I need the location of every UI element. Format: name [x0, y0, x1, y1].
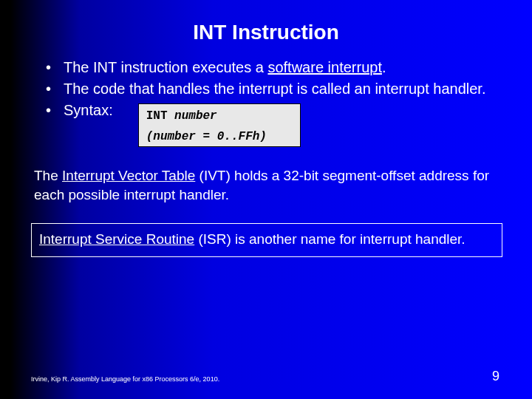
underlined-term: software interrupt [267, 59, 382, 75]
text-fragment: (ISR) is another name for interrupt hand… [194, 231, 465, 247]
code-box: INT number (number = 0..FFh) [138, 103, 301, 147]
syntax-label: Syntax: [64, 100, 113, 120]
bullet-dot-icon: • [46, 58, 64, 78]
code-line: (number = 0..FFh) [146, 129, 293, 146]
callout-box: Interrupt Service Routine (ISR) is anoth… [31, 223, 502, 257]
code-line: INT number [146, 109, 293, 125]
bullet-dot-icon: • [46, 79, 64, 99]
underlined-term: Interrupt Service Routine [39, 231, 194, 247]
footer-citation: Irvine, Kip R. Assembly Language for x86… [31, 375, 219, 383]
page-number: 9 [492, 369, 499, 384]
text-fragment: The INT instruction executes a [64, 59, 267, 75]
bullet-dot-icon: • [46, 100, 64, 120]
underlined-term: Interrupt Vector Table [62, 168, 195, 183]
slide-title: INT Instruction [0, 0, 532, 58]
bullet-text: The code that handles the interrupt is c… [64, 79, 502, 99]
code-italic: number [174, 109, 217, 123]
code-text: INT [146, 109, 174, 123]
bullet-item: • The INT instruction executes a softwar… [46, 58, 502, 78]
text-fragment: . [382, 59, 386, 75]
paragraph: The Interrupt Vector Table (IVT) holds a… [0, 166, 532, 204]
bullet-item: • Syntax: INT number (number = 0..FFh) [46, 100, 502, 147]
bullet-item: • The code that handles the interrupt is… [46, 79, 502, 99]
bullet-list: • The INT instruction executes a softwar… [0, 58, 532, 147]
bullet-text: The INT instruction executes a software … [64, 58, 502, 78]
text-fragment: The [34, 168, 62, 183]
